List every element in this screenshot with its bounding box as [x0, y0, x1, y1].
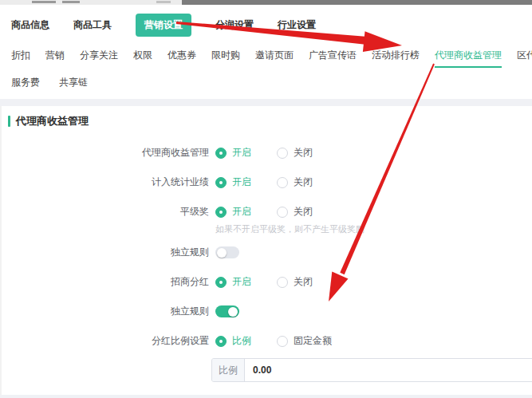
tab-industry-settings[interactable]: 行业设置	[278, 18, 316, 32]
radio-dividend-off[interactable]	[277, 277, 288, 288]
edge-artifact	[156, 1, 171, 3]
field-label: 代理商收益管理	[8, 146, 209, 160]
radio-label-on[interactable]: 开启	[232, 146, 251, 160]
tab-permissions[interactable]: 权限	[133, 49, 152, 62]
radio-label-on[interactable]: 开启	[232, 275, 251, 289]
field-label: 计入统计业绩	[8, 175, 209, 189]
section-accent-bar	[8, 116, 10, 127]
agent-income-form: 代理商收益管理 开启 关闭 计入统计业绩 开启 关闭 平级奖	[8, 138, 532, 382]
tab-agent-income-management[interactable]: 代理商收益管理	[435, 49, 502, 62]
radio-peer-bonus-off[interactable]	[277, 207, 288, 218]
edge-artifact	[32, 1, 56, 3]
radio-label-off[interactable]: 关闭	[294, 146, 313, 160]
tab-district-agent-recruiter[interactable]: 区代招商员	[517, 49, 532, 62]
toggle-knob	[217, 248, 227, 258]
form-row-dividend-ratio: 分红比例设置 比例 固定金额	[8, 326, 532, 356]
form-row-count-performance: 计入统计业绩 开启 关闭	[8, 167, 532, 197]
radio-agent-income-off[interactable]	[277, 148, 288, 159]
marketing-settings-page: 商品信息 商品工具 营销设置 分润设置 行业设置 折扣 营销 分享关注 权限 优…	[0, 0, 532, 398]
tab-flash-sale[interactable]: 限时购	[211, 49, 240, 62]
ratio-input-row: 比例	[211, 358, 532, 382]
form-row-investment-dividend: 招商分红 开启 关闭	[8, 267, 532, 297]
radio-dividend-on[interactable]	[215, 277, 227, 288]
radio-label-off[interactable]: 关闭	[294, 205, 313, 219]
tab-coupons[interactable]: 优惠券	[167, 49, 196, 62]
field-label: 独立规则	[8, 305, 209, 318]
radio-label-fixed-amount[interactable]: 固定金额	[294, 334, 332, 348]
edge-artifact	[62, 1, 80, 3]
form-row-independent-rule-1: 独立规则	[8, 238, 532, 267]
field-label: 招商分红	[8, 275, 209, 289]
primary-tab-bar: 商品信息 商品工具 营销设置 分润设置 行业设置	[0, 5, 532, 37]
section-title: 代理商收益管理	[16, 114, 89, 128]
radio-label-on[interactable]: 开启	[232, 175, 251, 189]
field-label: 独立规则	[8, 246, 209, 259]
field-label: 分红比例设置	[8, 334, 209, 348]
ratio-input-prefix: 比例	[212, 359, 245, 381]
radio-performance-on[interactable]	[215, 177, 227, 188]
agent-income-panel: 代理商收益管理 代理商收益管理 开启 关闭 计入统计业绩 开启 关闭	[0, 106, 532, 395]
ratio-input[interactable]	[245, 359, 532, 381]
radio-label-on[interactable]: 开启	[232, 205, 251, 219]
window-bottom-edge	[0, 395, 532, 398]
radio-ratio[interactable]	[215, 336, 227, 347]
tab-invite-page[interactable]: 邀请页面	[255, 49, 294, 62]
radio-performance-off[interactable]	[277, 177, 288, 188]
independent-rule-toggle-off[interactable]	[215, 246, 239, 258]
tab-service-fee[interactable]: 服务费	[11, 76, 40, 89]
tertiary-tab-bar: 服务费 共享链	[0, 76, 532, 89]
tab-activity-ranking[interactable]: 活动排行榜	[372, 49, 420, 62]
section-header: 代理商收益管理	[8, 114, 532, 128]
radio-label-ratio[interactable]: 比例	[232, 334, 251, 348]
independent-rule-toggle-on[interactable]	[215, 305, 239, 317]
form-row-peer-bonus: 平级奖 开启 关闭	[8, 197, 532, 227]
tab-product-tools[interactable]: 商品工具	[73, 18, 112, 32]
tab-marketing-settings[interactable]: 营销设置	[136, 14, 191, 37]
form-row-independent-rule-2: 独立规则	[8, 297, 532, 326]
tab-marketing[interactable]: 营销	[45, 49, 65, 62]
radio-agent-income-on[interactable]	[215, 148, 227, 159]
radio-label-off[interactable]: 关闭	[294, 275, 313, 289]
ratio-input-group: 比例	[211, 358, 532, 382]
tab-profit-settings[interactable]: 分润设置	[215, 18, 254, 32]
section-separator	[0, 99, 532, 106]
field-label: 平级奖	[8, 205, 209, 219]
tab-discount[interactable]: 折扣	[11, 49, 30, 62]
peer-bonus-hint: 如果不开启平级奖，则不产生平级奖励	[8, 223, 532, 238]
toggle-knob	[228, 307, 238, 317]
tab-share-chain[interactable]: 共享链	[59, 76, 88, 89]
window-edge-light	[0, 0, 182, 5]
radio-label-off[interactable]: 关闭	[294, 175, 313, 189]
tab-ad-slogan[interactable]: 广告宣传语	[309, 49, 357, 62]
tab-product-info[interactable]: 商品信息	[11, 18, 49, 32]
form-row-agent-income: 代理商收益管理 开启 关闭	[8, 138, 532, 167]
radio-peer-bonus-on[interactable]	[215, 207, 227, 218]
radio-fixed-amount[interactable]	[277, 336, 288, 347]
tab-share-follow[interactable]: 分享关注	[80, 49, 118, 62]
secondary-tab-bar: 折扣 营销 分享关注 权限 优惠券 限时购 邀请页面 广告宣传语 活动排行榜 代…	[0, 49, 532, 62]
